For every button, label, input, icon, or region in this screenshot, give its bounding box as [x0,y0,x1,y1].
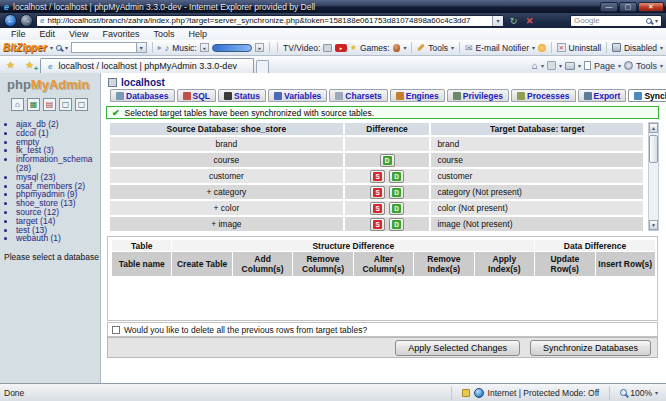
mysql-docs-icon[interactable]: ▢ [75,98,88,111]
game-ball-icon[interactable] [393,44,401,52]
diff-s-button[interactable]: S [370,186,385,199]
source-table-cell[interactable]: brand [110,137,343,151]
tab-synchronize[interactable]: Synchronize [628,89,666,102]
games-dropdown-icon[interactable]: ▾ [403,44,406,51]
tab-databases[interactable]: Databases [110,89,175,102]
server-name[interactable]: localhost [121,77,165,88]
source-table-cell[interactable]: customer [110,169,343,183]
refresh-button[interactable]: ↻ [507,16,520,26]
tab-status[interactable]: Status [218,89,266,102]
address-input[interactable]: e http://localhost/branch/zahra/index.ph… [36,15,504,27]
scroll-down-icon[interactable]: ▼ [649,220,658,230]
scroll-up-icon[interactable]: ▲ [649,123,658,133]
diff-s-button[interactable]: S [370,218,385,231]
toolbar-search-icon[interactable] [56,45,62,51]
menu-help[interactable]: Help [181,29,214,39]
diff-d-button[interactable]: D [380,154,395,167]
diff-s-button[interactable]: S [370,202,385,215]
page-dropdown-icon[interactable]: ▾ [618,62,621,69]
search-icon[interactable] [646,18,652,24]
phpmyadmin-logo[interactable]: phpMyAdmin [0,73,100,92]
tv-video-label[interactable]: TV/Video: [283,43,320,53]
maximize-button[interactable]: ▢ [619,2,637,12]
feeds-dropdown-icon[interactable]: ▾ [559,62,562,69]
scroll-thumb[interactable] [649,135,658,163]
games-label[interactable]: Games: [360,43,390,53]
minimize-button[interactable]: — [600,2,618,12]
print-icon[interactable] [565,62,575,70]
diff-d-button[interactable]: D [389,218,404,231]
tab-variables[interactable]: Variables [268,89,327,102]
feeds-icon[interactable] [547,61,556,70]
synchronize-databases-button[interactable]: Synchronize Databases [530,340,651,356]
volume-down-button[interactable]: ◂ [200,43,209,52]
diff-d-button[interactable]: D [389,202,404,215]
diff-d-button[interactable]: D [389,170,404,183]
play-icon[interactable]: ▸ [158,43,162,52]
tab-charsets[interactable]: Charsets [329,89,387,102]
delete-rows-label[interactable]: Would you like to delete all the previou… [124,325,367,335]
delete-rows-checkbox[interactable] [112,326,120,334]
sync-scrollbar[interactable]: ▲ ▼ [648,122,659,231]
menu-tools[interactable]: Tools [146,29,181,39]
page-button[interactable]: Page [594,61,615,71]
tab-processes[interactable]: Processes [511,89,576,102]
disabled-dropdown-icon[interactable]: ▾ [660,44,663,51]
address-dropdown-button[interactable]: ▾ [492,15,503,27]
print-dropdown-icon[interactable]: ▾ [578,62,581,69]
favorites-button[interactable]: ★ [2,58,19,72]
email-dropdown-icon[interactable]: ▾ [532,44,535,51]
search-dropdown-icon[interactable]: ▾ [655,17,658,24]
tab-engines[interactable]: Engines [390,89,445,102]
music-label[interactable]: Music: [172,43,197,53]
toolbar-search-combo[interactable]: ▾ [71,42,147,53]
zoom-dropdown-icon[interactable]: ▾ [655,389,658,396]
diff-d-button[interactable]: D [389,186,404,199]
search-input[interactable]: Google ▾ [570,15,662,27]
menu-edit[interactable]: Edit [33,29,63,39]
combo-dropdown-icon[interactable]: ▾ [136,43,146,52]
volume-up-button[interactable]: ▸ [255,43,264,52]
menu-favorites[interactable]: Favorites [95,29,146,39]
home-icon[interactable]: ⌂ [11,98,24,111]
back-button[interactable]: ← [4,14,17,27]
apply-selected-changes-button[interactable]: Apply Selected Changes [395,340,520,356]
sql-window-icon[interactable]: ▤ [43,98,56,111]
menu-view[interactable]: View [62,29,95,39]
toolbar-tools-label[interactable]: Tools [428,43,448,53]
zoom-control[interactable]: 100% ▾ [609,386,662,400]
tab-sql[interactable]: SQL [177,89,216,102]
pma-docs-icon[interactable]: ▢ [59,98,72,111]
uninstall-label[interactable]: Uninstall [569,43,602,53]
tab-export[interactable]: Export [578,89,627,102]
tools-dropdown-icon[interactable]: ▾ [451,44,454,51]
email-notifier-label[interactable]: E-mail Notifier [476,43,529,53]
source-table-cell[interactable]: + category [110,185,343,199]
new-tab-button[interactable] [256,60,269,73]
disabled-label[interactable]: Disabled [624,43,657,53]
add-favorite-button[interactable]: ★ [21,58,38,72]
sidebar-db-item[interactable]: webauth (1) [16,234,100,243]
video-icon[interactable]: ▸ [335,44,347,52]
bitzipper-logo[interactable]: BitZipper [3,42,47,53]
home-icon[interactable]: ⌂ [532,60,538,71]
stop-button[interactable]: ✕ [523,16,536,26]
menu-file[interactable]: File [4,29,33,39]
sidebar-db-item[interactable]: information_schema (28) [16,155,100,173]
export-icon[interactable]: ▦ [27,98,40,111]
toolbar-search-dropdown-icon[interactable]: ▾ [65,44,68,51]
browser-tools-button[interactable]: Tools [636,61,657,71]
source-table-cell[interactable]: + color [110,201,343,215]
home-dropdown-icon[interactable]: ▾ [541,62,544,69]
close-button[interactable]: ✕ [638,2,664,12]
volume-slider[interactable] [212,44,253,52]
browser-tab[interactable]: e localhost / localhost | phpMyAdmin 3.3… [40,58,254,73]
bitzipper-dropdown-icon[interactable]: ▾ [50,44,53,51]
source-table-cell[interactable]: course [110,153,343,167]
browser-tools-dropdown-icon[interactable]: ▾ [660,62,663,69]
difference-cell: SD [345,217,430,231]
diff-s-button[interactable]: S [370,170,385,183]
tab-privileges[interactable]: Privileges [447,89,509,102]
source-table-cell[interactable]: + image [110,217,343,231]
forward-button[interactable]: → [20,14,33,27]
